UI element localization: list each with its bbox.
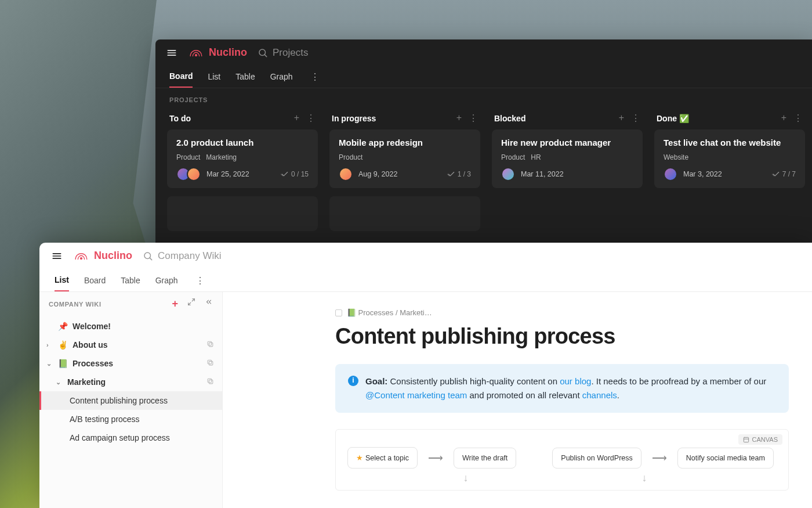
link-our-blog[interactable]: our blog <box>560 376 591 386</box>
breadcrumb[interactable]: 📗 Processes / Marketi… <box>335 308 789 317</box>
chevron-right-icon: › <box>46 341 53 348</box>
svg-rect-15 <box>208 341 212 345</box>
more-icon[interactable]: ⋮ <box>193 275 207 286</box>
search-placeholder: Company Wiki <box>158 250 222 262</box>
brand-logo-nuclino[interactable]: Nuclino <box>73 250 132 262</box>
window-companywiki-light: Nuclino Company Wiki List Board Table Gr… <box>39 243 812 508</box>
chevron-down-icon: ⌄ <box>46 360 53 368</box>
column-more-icon[interactable]: ⋮ <box>631 113 640 124</box>
card-title: 2.0 product launch <box>176 138 309 147</box>
tab-graph[interactable]: Graph <box>270 66 293 87</box>
flow-node[interactable]: ★Select a topic <box>347 447 418 469</box>
flow-node[interactable]: Notify social media team <box>677 448 774 469</box>
add-item-icon[interactable]: + <box>172 298 178 310</box>
tab-list[interactable]: List <box>55 269 69 291</box>
collapse-sidebar-icon[interactable] <box>205 298 213 310</box>
menu-icon[interactable] <box>51 250 63 262</box>
arrow-down-icon: ↓ <box>615 472 673 484</box>
search-input[interactable]: Projects <box>258 47 308 59</box>
card-date: Mar 25, 2022 <box>206 170 249 178</box>
svg-line-13 <box>188 302 191 305</box>
search-input[interactable]: Company Wiki <box>143 250 222 262</box>
arrow-right-icon: ⟶ <box>428 452 443 464</box>
tab-graph[interactable]: Graph <box>155 270 178 291</box>
card-avatars <box>176 167 201 181</box>
svg-line-11 <box>150 258 151 260</box>
star-icon: ★ <box>356 454 363 462</box>
tab-table[interactable]: Table <box>235 66 255 87</box>
tree-item-content-publishing[interactable]: Content publishing process <box>39 391 222 410</box>
copy-icon[interactable] <box>206 359 214 368</box>
column-blocked: Blocked + ⋮ Hire new product manager Pro… <box>492 109 643 239</box>
card[interactable]: Mobile app redesign Product Aug 9, 2022 … <box>329 129 480 188</box>
card[interactable]: Test live chat on the website Website Ma… <box>654 129 805 188</box>
add-card-icon[interactable]: + <box>781 113 786 124</box>
card-tag: HR <box>531 153 541 161</box>
expand-icon[interactable] <box>187 298 195 310</box>
column-title: In progress <box>332 114 376 123</box>
checkbox-icon[interactable] <box>335 309 342 316</box>
add-card-icon[interactable]: + <box>619 113 624 124</box>
avatar <box>501 167 515 181</box>
brand-name: Nuclino <box>94 250 132 262</box>
column-title: Done ✅ <box>657 114 689 123</box>
tab-board[interactable]: Board <box>84 270 106 291</box>
avatar <box>664 167 677 181</box>
card-title: Hire new product manager <box>501 138 633 147</box>
card-placeholder[interactable] <box>167 196 318 231</box>
card-avatars <box>501 167 515 181</box>
column-more-icon[interactable]: ⋮ <box>306 113 316 124</box>
emoji-icon: 📗 <box>58 359 68 368</box>
callout-text: Goal: Consistently publish high-quality … <box>365 374 776 402</box>
column-title: To do <box>169 114 191 123</box>
flow-node[interactable]: Write the draft <box>454 448 516 469</box>
link-channels[interactable]: channels <box>582 390 617 400</box>
flow-diagram: ★Select a topic ⟶ Write the draft ⟶ Publ… <box>347 447 777 469</box>
column-more-icon[interactable]: ⋮ <box>793 113 803 124</box>
svg-point-3 <box>195 54 197 56</box>
page-content: 📗 Processes / Marketi… Content publishin… <box>223 292 812 508</box>
card[interactable]: 2.0 product launch Product Marketing Mar… <box>167 129 318 188</box>
tree-item-about[interactable]: › ✌️ About us <box>39 336 222 354</box>
svg-line-12 <box>192 299 194 301</box>
tab-table[interactable]: Table <box>121 270 140 291</box>
card-title: Mobile app redesign <box>339 138 471 147</box>
emoji-icon: ✌️ <box>58 340 68 350</box>
add-card-icon[interactable]: + <box>456 113 462 124</box>
card[interactable]: Hire new product manager Product HR Mar … <box>492 129 643 188</box>
card-checklist: 1 / 3 <box>447 170 471 178</box>
svg-line-5 <box>264 55 266 56</box>
column-more-icon[interactable]: ⋮ <box>469 113 478 124</box>
column-title: Blocked <box>494 114 525 123</box>
tree-item-welcome[interactable]: 📌 Welcome! <box>39 317 222 336</box>
more-icon[interactable]: ⋮ <box>308 71 322 82</box>
avatar <box>187 167 201 181</box>
copy-icon[interactable] <box>206 340 214 350</box>
tab-board[interactable]: Board <box>169 66 193 88</box>
svg-rect-14 <box>209 343 213 347</box>
tree-item-marketing[interactable]: ⌄ Marketing <box>39 373 222 391</box>
canvas-badge: CANVAS <box>738 434 782 445</box>
canvas-embed[interactable]: CANVAS ★Select a topic ⟶ Write the draft… <box>335 429 789 491</box>
chevron-down-icon: ⌄ <box>56 379 63 386</box>
flow-node[interactable]: Publish on WordPress <box>552 448 641 469</box>
section-label: PROJECTS <box>155 88 812 109</box>
tab-list[interactable]: List <box>208 66 220 87</box>
brand-logo-nuclino[interactable]: Nuclino <box>188 46 247 59</box>
svg-rect-18 <box>209 380 213 384</box>
card-tag: Product <box>339 153 362 161</box>
arrow-down-icon: ↓ <box>437 472 495 484</box>
sidebar-label: COMPANY WIKI <box>49 301 102 308</box>
tree-item-processes[interactable]: ⌄ 📗 Processes <box>39 354 222 373</box>
arrow-right-icon: ⟶ <box>652 452 667 464</box>
card-placeholder[interactable] <box>329 196 480 231</box>
copy-icon[interactable] <box>206 377 214 387</box>
tree-item-ad-campaign[interactable]: Ad campaign setup process <box>39 428 222 447</box>
card-date: Mar 3, 2022 <box>683 170 722 178</box>
menu-icon[interactable] <box>166 47 177 59</box>
pin-icon: 📌 <box>58 322 68 331</box>
mention-content-team[interactable]: @Content marketing team <box>365 390 467 400</box>
add-card-icon[interactable]: + <box>294 113 299 124</box>
card-avatars <box>664 167 677 181</box>
tree-item-ab-testing[interactable]: A/B testing process <box>39 410 222 428</box>
